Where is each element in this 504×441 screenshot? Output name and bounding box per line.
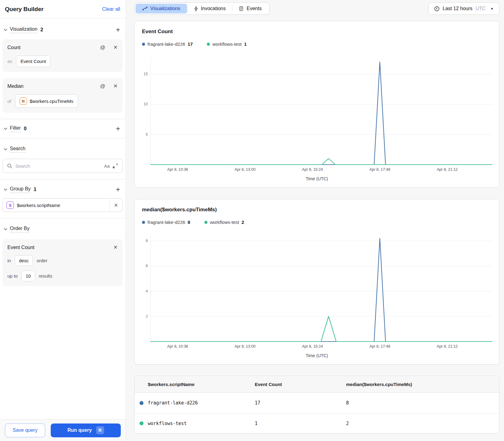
- time-range-dropdown[interactable]: Last 12 hours UTC ▼: [428, 2, 499, 15]
- run-query-label: Run query: [67, 427, 92, 433]
- legend-item[interactable]: workflows-test 1: [207, 41, 246, 47]
- search-input[interactable]: [15, 163, 101, 169]
- order-direction-select[interactable]: desc: [15, 255, 33, 266]
- topbar: Visualizations Invocations Events Last 1…: [126, 0, 504, 17]
- as-label: as: [7, 59, 12, 64]
- series-total: 2: [242, 220, 244, 225]
- tab-invocations[interactable]: Invocations: [187, 4, 233, 14]
- page-title: Query Builder: [5, 6, 44, 13]
- svg-text:2: 2: [146, 314, 148, 318]
- legend-item[interactable]: fragrant-lake-d226 17: [142, 41, 193, 47]
- median-field-text: $workers.cpuTimeMs: [30, 99, 73, 104]
- chart-svg: 51015Apr 8, 10:36Apr 8, 13:00Apr 8, 15:2…: [142, 58, 492, 174]
- series-total: 8: [188, 220, 190, 225]
- chevron-down-icon[interactable]: [3, 147, 8, 152]
- time-zone-label: UTC: [475, 6, 486, 11]
- tab-visualizations[interactable]: Visualizations: [136, 4, 187, 14]
- run-query-button[interactable]: Run query R: [51, 423, 121, 437]
- median-chart-card: median($workers.cpuTimeMs) fragrant-lake…: [134, 199, 499, 365]
- event-count-chart-card: Event Count fragrant-lake-d226 17 workfl…: [134, 21, 499, 188]
- median-field-value[interactable]: N $workers.cpuTimeMs: [15, 94, 78, 108]
- search-icon: [7, 163, 12, 169]
- chevron-down-icon[interactable]: [3, 126, 8, 131]
- close-icon[interactable]: ✕: [113, 44, 118, 51]
- svg-text:15: 15: [144, 72, 148, 76]
- divider: [0, 138, 126, 139]
- cell-median: 2: [346, 421, 494, 426]
- series-dot: [142, 221, 145, 224]
- legend-item[interactable]: workflows-test 2: [204, 220, 244, 225]
- add-visualization-button[interactable]: +: [116, 26, 120, 33]
- add-filter-button[interactable]: +: [116, 125, 120, 132]
- chevron-down-icon[interactable]: [3, 187, 8, 192]
- app-root: Query Builder Clear all Visualization 2 …: [0, 0, 504, 441]
- main-panel: Visualizations Invocations Events Last 1…: [126, 0, 504, 441]
- visualization-label: Visualization: [10, 26, 37, 33]
- string-type-icon: S: [6, 201, 14, 209]
- line-chart[interactable]: 2468Apr 8, 10:36Apr 8, 13:00Apr 8, 15:24…: [142, 236, 492, 351]
- svg-text:5: 5: [146, 132, 148, 137]
- series-dot: [207, 43, 210, 46]
- clock-icon: [434, 6, 439, 11]
- clear-all-button[interactable]: Clear all: [102, 6, 120, 12]
- at-mention-icon[interactable]: @: [100, 83, 105, 89]
- regex-icon[interactable]: *: [113, 163, 118, 169]
- limit-input[interactable]: 10: [21, 271, 35, 281]
- in-label: in: [7, 258, 11, 263]
- x-axis-title: Time (UTC): [142, 353, 492, 358]
- up-to-label: up to: [7, 273, 18, 279]
- close-icon[interactable]: ✕: [113, 83, 118, 89]
- cell-script-name: workflows-test: [148, 421, 255, 426]
- match-case-icon[interactable]: Aa: [104, 163, 110, 169]
- document-icon: [239, 6, 244, 11]
- filter-label: Filter: [10, 125, 21, 132]
- series-name: workflows-test: [212, 41, 242, 47]
- svg-text:6: 6: [146, 264, 148, 268]
- svg-text:10: 10: [144, 102, 148, 106]
- order-by-label: Order By: [10, 226, 30, 232]
- group-by-count: 1: [34, 187, 37, 192]
- table-row[interactable]: fragrant-lake-d226 17 8: [135, 393, 499, 413]
- col-script-name: $workers.scriptName: [148, 382, 255, 387]
- group-by-chip[interactable]: S $workers.scriptName ✕: [2, 198, 123, 212]
- median-visualization-card: Median @ ✕ of N $workers.cpuTimeMs: [2, 78, 123, 113]
- svg-text:Apr 8, 15:24: Apr 8, 15:24: [302, 344, 323, 349]
- caret-down-icon: ▼: [490, 7, 494, 10]
- tab-events[interactable]: Events: [232, 4, 268, 14]
- count-visualization-card: Count @ ✕ as Event Count: [2, 39, 123, 72]
- legend-item[interactable]: fragrant-lake-d226 8: [142, 220, 190, 225]
- series-total: 1: [244, 41, 246, 47]
- chart-line-icon: [142, 6, 148, 11]
- x-axis-title: Time (UTC): [142, 176, 492, 181]
- table-row[interactable]: workflows-test 1 2: [135, 413, 499, 433]
- chevron-down-icon[interactable]: [3, 227, 8, 232]
- results-table-card: $workers.scriptName Event Count median($…: [134, 376, 499, 434]
- add-group-by-button[interactable]: +: [116, 186, 120, 193]
- visualization-count: 2: [41, 27, 43, 33]
- table-header-row: $workers.scriptName Event Count median($…: [135, 376, 499, 393]
- svg-text:Apr 8, 13:00: Apr 8, 13:00: [234, 167, 255, 172]
- remove-group-by-icon[interactable]: ✕: [109, 199, 122, 212]
- sidebar-footer: Save query Run query R: [0, 419, 126, 441]
- chevron-down-icon[interactable]: [3, 27, 8, 32]
- order-by-card: Event Count ✕ in desc order up to 10 res…: [2, 239, 123, 286]
- series-total: 17: [188, 41, 193, 47]
- line-chart[interactable]: 51015Apr 8, 10:36Apr 8, 13:00Apr 8, 15:2…: [142, 58, 492, 174]
- tab-label: Visualizations: [150, 6, 180, 11]
- lightning-icon: [194, 6, 198, 11]
- save-query-button[interactable]: Save query: [5, 423, 45, 437]
- count-alias-value[interactable]: Event Count: [16, 56, 51, 67]
- cell-script-name: fragrant-lake-d226: [148, 400, 255, 406]
- close-icon[interactable]: ✕: [113, 244, 118, 251]
- series-dot: [140, 421, 144, 425]
- filter-section-header: Filter 0 +: [0, 124, 126, 133]
- svg-text:Apr 8, 10:36: Apr 8, 10:36: [167, 167, 188, 172]
- chart-svg: 2468Apr 8, 10:36Apr 8, 13:00Apr 8, 15:24…: [142, 236, 492, 351]
- series-dot: [204, 221, 207, 224]
- cell-event-count: 17: [255, 400, 346, 406]
- search-label: Search: [10, 146, 26, 153]
- at-mention-icon[interactable]: @: [100, 45, 105, 51]
- col-event-count: Event Count: [255, 382, 346, 387]
- svg-text:Apr 8, 21:12: Apr 8, 21:12: [437, 344, 458, 349]
- series-name: fragrant-lake-d226: [148, 220, 185, 225]
